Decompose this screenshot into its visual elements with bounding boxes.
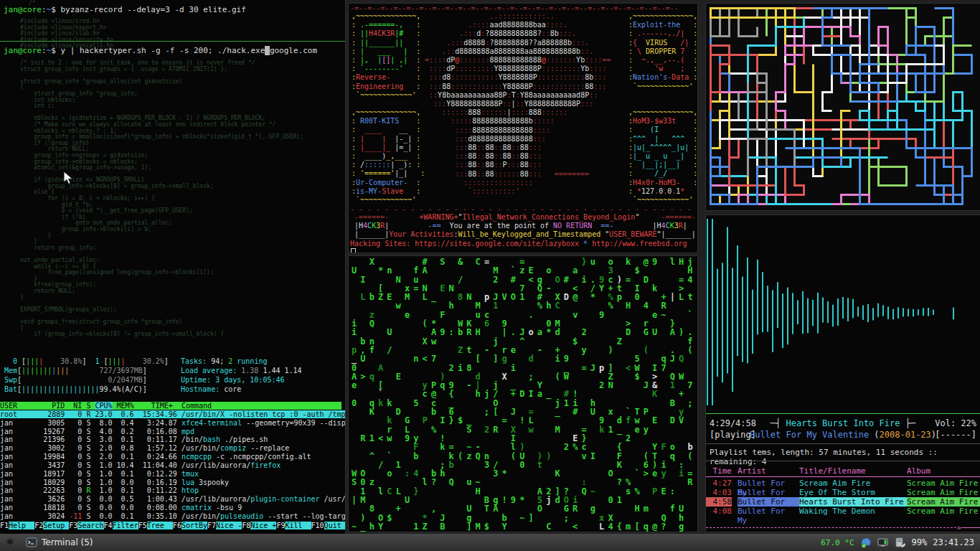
volume-bar[interactable]: [------] <box>935 430 976 440</box>
tray-display-icon[interactable] <box>877 537 889 548</box>
tray-clipboard-icon[interactable] <box>895 537 906 548</box>
terminal-cursor <box>351 248 356 253</box>
col-artist: Artist <box>738 466 799 476</box>
playlist-header-underline <box>706 476 980 477</box>
playlist-overflow-line: » <box>706 523 980 532</box>
ghost-kernel-code: /* init to 2 - one for init_task, one to… <box>20 60 303 338</box>
playlist-row[interactable]: 4:27Bullet For MyScream Aim FireScream A… <box>706 479 980 488</box>
htop-function-key-bar[interactable]: F1Help F2Setup F3SearchF4FilterF5Tree F6… <box>0 521 345 530</box>
ghost-includes: #include <linux/cred.h> #include <linux/… <box>20 19 113 50</box>
battery-percent: 99% <box>912 537 928 547</box>
col-time: Time <box>706 466 732 476</box>
separator <box>706 443 980 444</box>
shell-prompt-hackertyper: jan@core:~$ y | hackertyper.sh -g -f -s … <box>4 46 317 55</box>
skull-ascii-art: ..:::::::::::.. .::::aad8888888baa::::. … <box>425 12 611 196</box>
playlist-row[interactable]: 4:03Bullet For MyEye Of The StormScream … <box>706 488 980 497</box>
dashed-line <box>706 527 956 528</box>
matrix-rain: X # S & C= = }u o k @9 lHj U *n fA M `zE… <box>352 258 697 531</box>
pipes-canvas <box>706 4 980 210</box>
audio-visualizer <box>706 217 980 408</box>
separator-green <box>706 413 980 414</box>
htop-process-table[interactable]: USER PID NI S CPU% MEM% TIME+ Command ro… <box>0 402 345 521</box>
art-box-home-sweet: ,~~~~~~~~~~~~~~, :HoM3-$w33t : : (I : :^… <box>628 108 697 204</box>
clock: 23:41.23 <box>933 537 974 547</box>
taskbar-window-label: Terminal (5) <box>42 537 93 547</box>
col-title: Title/Filename <box>799 466 907 476</box>
pane-pipes-screensaver[interactable] <box>706 4 980 210</box>
now-playing-line-2: [playing] Bullet For My Valentine (2008-… <box>706 430 980 440</box>
separator <box>706 461 980 461</box>
htop-summary: Tasks: 94; 2 running Load average: 1.38 … <box>181 357 302 394</box>
taskbar: Terminal (5) 67.0 °C 99% 23:41.23 <box>0 534 980 551</box>
playlist-stats: Playlist tems, length: 57 minutes, 11 se… <box>710 448 980 466</box>
overflow-marker: » <box>956 523 961 532</box>
pane-cmatrix[interactable]: X # S & C= = }u o k @9 lHj U *n fA M `zE… <box>349 256 697 532</box>
art-box-rootkits: ,~~~~~~~~~~~~~~, : R00T-KITS : : ____ __… <box>352 108 425 204</box>
warning-banner: -======- +WARNING+"Illegal_Network_Conne… <box>350 213 696 248</box>
solid-line <box>961 527 980 528</box>
cpu-temperature: 67.0 °C <box>821 538 854 547</box>
tray-update-icon[interactable] <box>860 537 872 548</box>
playlist-row[interactable]: 4:08Bullet For MyWaking The DemonScream … <box>706 507 980 516</box>
art-box-hacker: ,~~~~~~~~~~~~~~, : .-======-, : : ||H4CK… <box>352 12 420 100</box>
taskbar-window-button[interactable]: Terminal (5) <box>22 535 98 550</box>
shell-prompt-byzanz: jan@core:~$ byzanz-record --delay=3 -d 3… <box>4 5 246 14</box>
pane-ascii-art[interactable]: -=--=--=--=--=--=--=--=--=--=--=--=--=--… <box>349 4 697 253</box>
now-playing-line-1: 4:29/4:58 ─┤ Hearts Burst Into Fire ├─ V… <box>706 418 980 428</box>
launcher-claw-icon[interactable] <box>4 537 16 548</box>
tmux-pane-divider <box>0 41 345 42</box>
pane-terminal-shell[interactable]: /* jan@core:~$ byzanz-record --delay=3 -… <box>0 0 345 534</box>
terminal-icon <box>26 537 37 548</box>
pane-ncmpcpp[interactable]: 4:29/4:58 ─┤ Hearts Burst Into Fire ├─ V… <box>706 215 980 532</box>
art-box-exploit: ,~~~~~~~~~~~~~~, :Exploit-the : : .-----… <box>628 12 697 91</box>
col-album: Album <box>907 466 980 476</box>
htop-meters: 0 [|||| 30.8%] 1 [|||| 30.2%] Mem[||||||… <box>4 357 169 394</box>
desktop: /* jan@core:~$ byzanz-record --delay=3 -… <box>0 0 980 551</box>
playlist-header: Time Artist Title/Filename Album <box>706 466 980 476</box>
volume-label: Vol: 22% <box>935 418 976 428</box>
mouse-cursor <box>63 171 74 186</box>
playlist-row[interactable]: 4:58Bullet For MyHearts Burst Into FireS… <box>706 497 980 507</box>
